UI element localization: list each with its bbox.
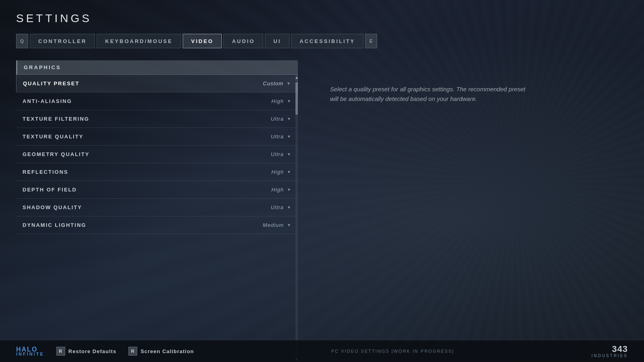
shadow-quality-value: Ultra ▼ bbox=[271, 204, 291, 210]
setting-anti-aliasing[interactable]: ANTI-ALIASING High ▼ bbox=[16, 93, 298, 110]
content-area: GRAPHICS QUALITY PRESET Custom ▼ ANTI-AL… bbox=[16, 60, 628, 362]
texture-filtering-arrow: ▼ bbox=[287, 117, 291, 121]
reflections-value: High ▼ bbox=[271, 169, 291, 175]
dynamic-lighting-arrow: ▼ bbox=[287, 223, 291, 227]
texture-quality-value: Ultra ▼ bbox=[271, 134, 291, 140]
graphics-header: GRAPHICS bbox=[16, 60, 298, 74]
geometry-quality-value: Ultra ▼ bbox=[271, 151, 291, 157]
setting-reflections[interactable]: REFLECTIONS High ▼ bbox=[16, 163, 298, 181]
settings-panel: GRAPHICS QUALITY PRESET Custom ▼ ANTI-AL… bbox=[16, 60, 298, 362]
anti-aliasing-arrow: ▼ bbox=[287, 99, 291, 103]
quality-preset-arrow: ▼ bbox=[287, 81, 291, 86]
tab-ui[interactable]: UI bbox=[265, 34, 289, 48]
depth-of-field-label: DEPTH OF FIELD bbox=[23, 187, 77, 193]
reflections-label: REFLECTIONS bbox=[23, 169, 68, 175]
tab-keyboard[interactable]: KEYBOARD/MOUSE bbox=[97, 34, 181, 48]
restore-defaults-action[interactable]: R Restore Defaults bbox=[56, 347, 116, 356]
anti-aliasing-label: ANTI-ALIASING bbox=[23, 98, 72, 104]
bottom-actions: R Restore Defaults R Screen Calibration bbox=[56, 347, 194, 356]
geometry-quality-arrow: ▼ bbox=[287, 152, 291, 156]
tab-accessibility[interactable]: ACCESSIBILITY bbox=[291, 34, 363, 48]
scroll-track[interactable]: ▲ ▼ bbox=[295, 74, 298, 362]
anti-aliasing-value: High ▼ bbox=[271, 98, 291, 104]
restore-label: Restore Defaults bbox=[68, 348, 116, 354]
screen-calibration-action[interactable]: R Screen Calibration bbox=[128, 347, 194, 356]
tab-nav-left[interactable]: Q bbox=[16, 34, 28, 48]
setting-shadow-quality[interactable]: SHADOW QUALITY Ultra ▼ bbox=[16, 199, 298, 216]
tab-audio[interactable]: AUDIO bbox=[223, 34, 263, 48]
description-text: Select a quality preset for all graphics… bbox=[330, 84, 531, 104]
setting-dynamic-lighting[interactable]: DYNAMIC LIGHTING Medium ▼ bbox=[16, 216, 298, 234]
texture-quality-label: TEXTURE QUALITY bbox=[23, 134, 83, 140]
texture-filtering-label: TEXTURE FILTERING bbox=[23, 116, 89, 122]
calibration-label: Screen Calibration bbox=[140, 348, 194, 354]
geometry-quality-label: GEOMETRY QUALITY bbox=[23, 151, 89, 157]
description-panel: Select a quality preset for all graphics… bbox=[322, 60, 628, 362]
scrollable-list[interactable]: QUALITY PRESET Custom ▼ ANTI-ALIASING Hi… bbox=[16, 74, 298, 362]
setting-geometry-quality[interactable]: GEOMETRY QUALITY Ultra ▼ bbox=[16, 146, 298, 163]
setting-texture-quality[interactable]: TEXTURE QUALITY Ultra ▼ bbox=[16, 128, 298, 146]
dynamic-lighting-value: Medium ▼ bbox=[263, 222, 291, 228]
reflections-arrow: ▼ bbox=[287, 170, 291, 174]
depth-of-field-value: High ▼ bbox=[271, 187, 291, 193]
bottom-right: 343 INDUSTRIES bbox=[591, 345, 628, 358]
tabs-bar: Q CONTROLLER KEYBOARD/MOUSE VIDEO AUDIO … bbox=[16, 34, 628, 48]
shadow-quality-arrow: ▼ bbox=[287, 205, 291, 210]
setting-texture-filtering[interactable]: TEXTURE FILTERING Ultra ▼ bbox=[16, 110, 298, 128]
scroll-up-arrow[interactable]: ▲ bbox=[294, 74, 298, 80]
setting-quality-preset[interactable]: QUALITY PRESET Custom ▼ bbox=[16, 74, 298, 93]
dynamic-lighting-label: DYNAMIC LIGHTING bbox=[23, 222, 86, 228]
quality-preset-label: QUALITY PRESET bbox=[23, 80, 79, 86]
tab-nav-right[interactable]: E bbox=[365, 34, 377, 48]
calibration-key: R bbox=[128, 347, 137, 356]
bottom-left: HALO INFINITE R Restore Defaults R Scree… bbox=[16, 346, 194, 356]
shadow-quality-label: SHADOW QUALITY bbox=[23, 204, 82, 210]
page-title: SETTINGS bbox=[16, 12, 628, 25]
setting-depth-of-field[interactable]: DEPTH OF FIELD High ▼ bbox=[16, 181, 298, 199]
halo-logo-line2: INFINITE bbox=[16, 352, 44, 356]
tab-controller[interactable]: CONTROLLER bbox=[30, 34, 95, 48]
halo-logo: HALO INFINITE bbox=[16, 346, 44, 356]
texture-filtering-value: Ultra ▼ bbox=[271, 116, 291, 122]
quality-preset-value: Custom ▼ bbox=[263, 80, 291, 86]
studio-sub: INDUSTRIES bbox=[591, 354, 628, 358]
restore-key: R bbox=[56, 347, 65, 356]
settings-list: QUALITY PRESET Custom ▼ ANTI-ALIASING Hi… bbox=[16, 74, 298, 234]
studio-logo: 343 INDUSTRIES bbox=[591, 345, 628, 358]
depth-of-field-arrow: ▼ bbox=[287, 187, 291, 192]
bottom-bar: HALO INFINITE R Restore Defaults R Scree… bbox=[0, 340, 644, 362]
texture-quality-arrow: ▼ bbox=[287, 134, 291, 139]
scroll-thumb[interactable] bbox=[295, 82, 298, 115]
bottom-center-text: PC VIDEO SETTINGS [WORK IN PROGRESS] bbox=[331, 349, 454, 354]
tab-video[interactable]: VIDEO bbox=[183, 34, 222, 48]
studio-number: 343 bbox=[591, 345, 628, 354]
